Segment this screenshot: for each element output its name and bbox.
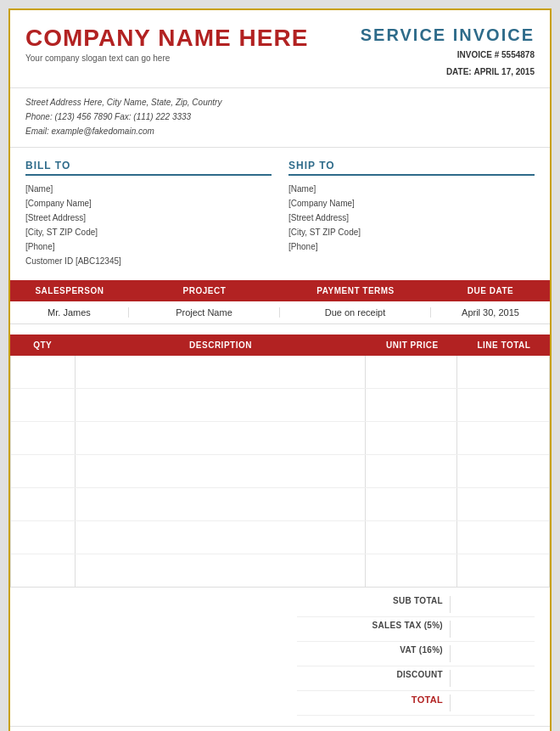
item-unit-5 bbox=[366, 488, 457, 520]
grand-total-label: TOTAL bbox=[297, 694, 450, 711]
item-total-4 bbox=[457, 455, 549, 487]
contact-email: Email: example@fakedomain.com bbox=[25, 124, 535, 138]
table-row bbox=[11, 389, 549, 422]
item-unit-4 bbox=[366, 455, 457, 487]
items-table-body bbox=[10, 356, 550, 588]
ship-to-title: SHIP TO bbox=[288, 160, 535, 176]
table-row bbox=[11, 356, 549, 389]
item-qty-1 bbox=[11, 356, 76, 388]
ship-to-block: SHIP TO [Name] [Company Name] [Street Ad… bbox=[288, 160, 535, 268]
item-desc-6 bbox=[76, 521, 366, 554]
item-qty-4 bbox=[11, 455, 76, 487]
item-total-7 bbox=[457, 554, 549, 587]
invoice-header: COMPANY NAME HERE Your company slogan te… bbox=[10, 10, 550, 88]
item-total-2 bbox=[457, 389, 549, 421]
ih-unit-price: UNIT PRICE bbox=[367, 340, 458, 350]
contact-info: Street Address Here, City Name, State, Z… bbox=[10, 88, 550, 148]
invoice-date: DATE: APRIL 17, 2015 bbox=[361, 65, 535, 79]
info-table-header: SALESPERSON PROJECT PAYMENT TERMS DUE DA… bbox=[10, 280, 550, 301]
td-payment-terms: Due on receipt bbox=[280, 307, 431, 318]
item-unit-7 bbox=[366, 554, 457, 587]
company-info-block: COMPANY NAME HERE Your company slogan te… bbox=[25, 25, 308, 63]
bill-to-phone: [Phone] bbox=[25, 239, 272, 254]
sub-total-label: SUB TOTAL bbox=[297, 596, 450, 613]
invoice-title-block: SERVICE INVOICE INVOICE # 5554878 DATE: … bbox=[361, 25, 535, 79]
item-desc-1 bbox=[76, 356, 366, 388]
item-desc-3 bbox=[76, 422, 366, 454]
item-desc-2 bbox=[76, 389, 366, 421]
item-total-3 bbox=[457, 422, 549, 454]
sales-tax-value bbox=[450, 621, 535, 638]
ship-to-city: [City, ST ZIP Code] bbox=[288, 225, 535, 239]
bill-to-company: [Company Name] bbox=[25, 196, 272, 211]
bill-to-street: [Street Address] bbox=[25, 211, 272, 225]
table-row bbox=[11, 488, 549, 521]
ship-to-phone: [Phone] bbox=[288, 239, 535, 254]
bill-to-block: BILL TO [Name] [Company Name] [Street Ad… bbox=[25, 160, 272, 268]
info-table-row: Mr. James Project Name Due on receipt Ap… bbox=[10, 301, 550, 324]
item-desc-5 bbox=[76, 488, 366, 520]
item-unit-2 bbox=[366, 389, 457, 421]
invoice-number: INVOICE # 5554878 bbox=[361, 48, 535, 62]
th-project: PROJECT bbox=[129, 286, 280, 295]
table-row bbox=[11, 422, 549, 455]
company-name: COMPANY NAME HERE bbox=[25, 25, 308, 52]
item-desc-4 bbox=[76, 455, 366, 487]
company-slogan: Your company slogan text can go here bbox=[25, 53, 308, 63]
bill-to-title: BILL TO bbox=[25, 160, 272, 176]
item-desc-7 bbox=[76, 554, 366, 587]
sub-total-row: SUB TOTAL bbox=[297, 593, 535, 617]
discount-row: DISCOUNT bbox=[297, 666, 535, 691]
sales-tax-row: SALES TAX (5%) bbox=[297, 617, 535, 642]
bill-ship-section: BILL TO [Name] [Company Name] [Street Ad… bbox=[10, 148, 550, 280]
item-qty-5 bbox=[11, 488, 76, 520]
table-row bbox=[11, 554, 549, 587]
sub-total-value bbox=[450, 596, 535, 613]
item-unit-6 bbox=[366, 521, 457, 554]
th-salesperson: SALESPERSON bbox=[10, 286, 129, 295]
grand-total-row: TOTAL bbox=[297, 691, 535, 716]
bill-to-name: [Name] bbox=[25, 182, 272, 196]
item-total-5 bbox=[457, 488, 549, 520]
item-unit-3 bbox=[366, 422, 457, 454]
item-total-6 bbox=[457, 521, 549, 554]
grand-total-value bbox=[450, 694, 535, 711]
contact-address: Street Address Here, City Name, State, Z… bbox=[25, 95, 535, 110]
td-salesperson: Mr. James bbox=[10, 307, 129, 318]
sales-tax-label: SALES TAX (5%) bbox=[297, 621, 450, 638]
discount-label: DISCOUNT bbox=[297, 670, 450, 687]
ih-description: DESCRIPTION bbox=[75, 340, 366, 350]
totals-section: SUB TOTAL SALES TAX (5%) VAT (16%) DISCO… bbox=[10, 588, 550, 719]
item-total-1 bbox=[457, 356, 549, 388]
vat-value bbox=[450, 645, 535, 662]
bill-to-customer-id: Customer ID [ABC12345] bbox=[25, 254, 272, 268]
ship-to-name: [Name] bbox=[288, 182, 535, 196]
ship-to-company: [Company Name] bbox=[288, 196, 535, 211]
item-qty-7 bbox=[11, 554, 76, 587]
invoice-title: SERVICE INVOICE bbox=[361, 25, 535, 45]
discount-value bbox=[450, 670, 535, 687]
bill-to-city: [City, ST ZIP Code] bbox=[25, 225, 272, 239]
ih-line-total: LINE TOTAL bbox=[458, 340, 550, 350]
table-row bbox=[11, 455, 549, 488]
th-payment-terms: PAYMENT TERMS bbox=[280, 286, 431, 295]
ih-qty: QTY bbox=[10, 340, 75, 350]
td-project: Project Name bbox=[129, 307, 280, 318]
item-qty-3 bbox=[11, 422, 76, 454]
items-table-header: QTY DESCRIPTION UNIT PRICE LINE TOTAL bbox=[10, 335, 550, 356]
contact-phone: Phone: (123) 456 7890 Fax: (111) 222 333… bbox=[25, 110, 535, 124]
invoice-document: COMPANY NAME HERE Your company slogan te… bbox=[8, 8, 552, 731]
table-row bbox=[11, 521, 549, 554]
item-unit-1 bbox=[366, 356, 457, 388]
item-qty-6 bbox=[11, 521, 76, 554]
item-qty-2 bbox=[11, 389, 76, 421]
vat-row: VAT (16%) bbox=[297, 642, 535, 666]
td-due-date: April 30, 2015 bbox=[431, 307, 550, 318]
invoice-footer: MAKE ALL CHECKS PAYABLE TO COMPANY NAME … bbox=[10, 726, 550, 731]
th-due-date: DUE DATE bbox=[431, 286, 550, 295]
ship-to-street: [Street Address] bbox=[288, 211, 535, 225]
vat-label: VAT (16%) bbox=[297, 645, 450, 662]
